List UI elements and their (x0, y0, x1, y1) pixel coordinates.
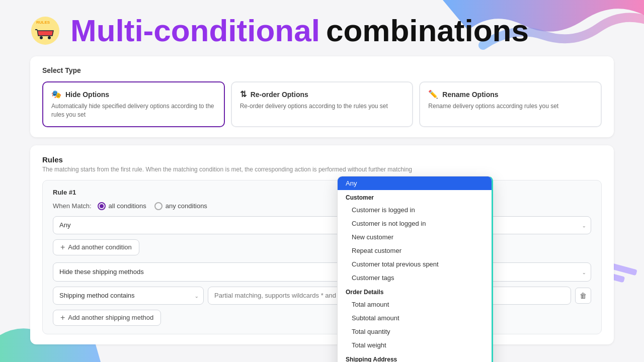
dropdown-item-total-spent[interactable]: Customer total previous spent (338, 257, 492, 271)
type-option-reorder[interactable]: ⇅ Re-order Options Re-order delivery opt… (231, 81, 414, 127)
title-black: combinations (326, 15, 529, 46)
main-content: Select Type 🎭 Hide Options Automatically… (0, 56, 644, 344)
condition-select-wrapper: Any (53, 216, 591, 234)
radio-any-circle (154, 202, 163, 210)
select-type-title: Select Type (42, 66, 602, 74)
rename-options-desc: Rename delivery options according rules … (428, 102, 593, 111)
radio-all-conditions[interactable]: all conditions (98, 202, 146, 210)
rules-title: Rules (42, 155, 602, 164)
select-type-card: Select Type 🎭 Hide Options Automatically… (30, 56, 614, 137)
condition-select[interactable]: Any (53, 216, 591, 234)
delete-shipping-method-button[interactable]: 🗑 (575, 288, 591, 304)
rename-options-label: Rename Options (442, 90, 498, 99)
shipping-main-select[interactable]: Hide these shipping methods (53, 262, 591, 282)
radio-any-conditions[interactable]: any conditions (154, 202, 207, 210)
radio-all-circle (98, 202, 106, 210)
dropdown-group-order: Order Details (338, 285, 492, 298)
rule-number: Rule #1 (53, 189, 591, 196)
shipping-select-row: Hide these shipping methods (53, 262, 591, 282)
shipping-method-row: Shipping method contains 🗑 (53, 287, 591, 305)
add-shipping-method-button[interactable]: + Add another shipping method (53, 310, 161, 326)
condition-dropdown[interactable]: Any Customer Customer is logged in Custo… (337, 176, 493, 362)
rename-options-icon: ✏️ (428, 89, 438, 99)
when-match-label: When Match: (53, 202, 92, 210)
type-options: 🎭 Hide Options Automatically hide specif… (42, 81, 602, 127)
dropdown-item-total-weight[interactable]: Total weight (338, 338, 492, 352)
logo-icon: RULES (30, 16, 60, 46)
type-option-rename[interactable]: ✏️ Rename Options Rename delivery option… (419, 81, 602, 127)
dropdown-item-subtotal[interactable]: Subtotal amount (338, 311, 492, 325)
dropdown-item-total-quantity[interactable]: Total quantity (338, 325, 492, 338)
svg-text:RULES: RULES (36, 20, 50, 25)
header: RULES Multi-conditional combinations (0, 0, 644, 51)
add-condition-button[interactable]: + Add another condition (53, 239, 139, 255)
add-condition-label: Add another condition (68, 243, 131, 251)
hide-options-icon: 🎭 (51, 89, 61, 99)
rules-desc: The matching starts from the first rule.… (42, 166, 602, 173)
svg-point-4 (48, 36, 51, 39)
dropdown-group-shipping-address: Shipping Address (338, 352, 492, 362)
radio-any-label: any conditions (166, 202, 207, 210)
rule-1-card: Rule #1 When Match: all conditions any c… (42, 180, 602, 334)
dropdown-item-logged-in[interactable]: Customer is logged in (338, 203, 492, 217)
rules-header: Rules The matching starts from the first… (42, 155, 602, 173)
hide-options-desc: Automatically hide specified delivery op… (51, 102, 216, 119)
svg-point-3 (40, 36, 43, 39)
plus-icon-shipping: + (60, 314, 65, 322)
dropdown-item-not-logged-in[interactable]: Customer is not logged in (338, 217, 492, 230)
dropdown-item-repeat-customer[interactable]: Repeat customer (338, 244, 492, 257)
dropdown-item-customer-tags[interactable]: Customer tags (338, 271, 492, 285)
shipping-main-select-wrapper: Hide these shipping methods (53, 262, 591, 282)
type-option-hide[interactable]: 🎭 Hide Options Automatically hide specif… (42, 81, 225, 127)
reorder-options-label: Re-order Options (251, 90, 308, 99)
trash-icon: 🗑 (580, 292, 587, 300)
dropdown-group-customer: Customer (338, 190, 492, 203)
dropdown-item-any[interactable]: Any (338, 176, 492, 190)
reorder-options-desc: Re-order delivery options according to t… (240, 102, 405, 111)
condition-row: Any (53, 216, 591, 234)
shipping-method-select-wrapper: Shipping method contains (53, 287, 204, 305)
reorder-options-icon: ⇅ (240, 89, 247, 99)
plus-icon: + (60, 243, 65, 251)
hide-options-label: Hide Options (65, 90, 109, 99)
when-match-row: When Match: all conditions any condition… (53, 202, 591, 210)
dropdown-item-new-customer[interactable]: New customer (338, 230, 492, 244)
dropdown-item-total-amount[interactable]: Total amount (338, 298, 492, 311)
shipping-method-select[interactable]: Shipping method contains (53, 287, 204, 305)
radio-all-label: all conditions (109, 202, 146, 210)
logo-area: RULES (30, 16, 60, 46)
radio-group: all conditions any conditions (98, 202, 207, 210)
rules-card: Rules The matching starts from the first… (30, 145, 614, 344)
title-purple: Multi-conditional (70, 15, 320, 46)
title-area: Multi-conditional combinations (70, 15, 529, 46)
add-shipping-label: Add another shipping method (68, 314, 153, 321)
